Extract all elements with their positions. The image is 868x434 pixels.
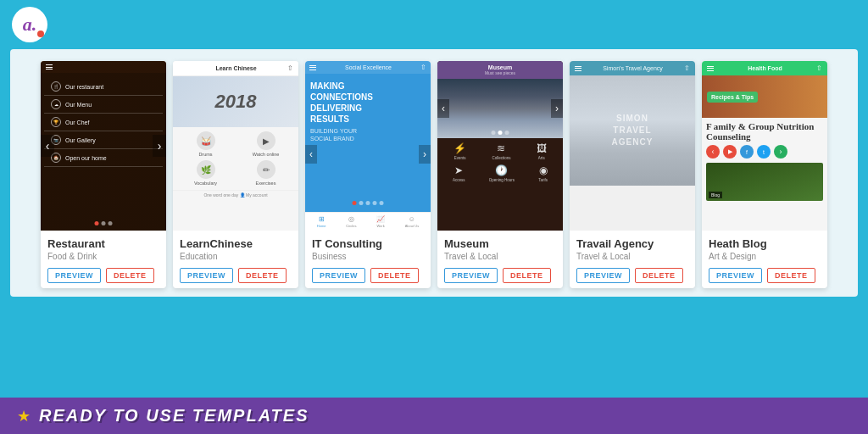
restaurant-prev-arrow[interactable]: ‹ [41,135,54,157]
access-label: Access [453,178,465,182]
card-info-it: IT Consulting Business PREVIEW DELETE [305,231,431,288]
card-buttons-travel: PREVIEW DELETE [576,268,688,283]
menu-item-3: 🏆 Our Chef [44,114,163,131]
agency-line3: AGENCY [612,137,654,147]
menu-item-2: ☁ Our Menu [44,96,163,114]
about-icon: ☺ [409,215,415,223]
restaurant-icon-3: 🏆 [51,117,61,127]
one-word-label: One word one day [203,192,238,198]
youtube-icon[interactable]: ▶ [723,145,737,159]
museum-next-arrow[interactable]: › [551,99,563,118]
museum-icon-events: ⚡ Events [453,142,466,160]
twitter-icon[interactable]: t [757,145,771,159]
travel-header-title: Simon's Travel Agency [603,65,663,71]
it-nav-about[interactable]: ☺ About Us [405,215,419,228]
card-title-it: IT Consulting [312,237,424,250]
preview-button-restaurant[interactable]: PREVIEW [47,268,101,283]
card-buttons-it: PREVIEW DELETE [312,268,424,283]
delete-button-health[interactable]: DELETE [767,268,815,283]
card-phone-museum: Museum Must see pieces ‹ › [437,61,563,231]
cards-row: 🍴 Our restaurant ☁ Our Menu 🏆 Our Chef [19,61,849,288]
card-phone-restaurant: 🍴 Our restaurant ☁ Our Menu 🏆 Our Chef [41,61,166,231]
health-prev-btn[interactable]: ‹ [706,145,720,159]
exercise-icon: ✏ [257,160,275,179]
museum-icon-tarifs: ◉ Tarifs [538,164,548,182]
card-title-museum: Museum [444,237,556,250]
chinese-icon-drums: 🥁 Drums [177,131,234,157]
card-phone-travel: Simon's Travel Agency ⇧ SIMON TRAVEL AGE… [570,61,695,231]
card-phone-it: Social Excellence ⇧ MAKING CONNECTIONS D… [305,61,431,231]
card-buttons-museum: PREVIEW DELETE [444,268,556,283]
museum-prev-arrow[interactable]: ‹ [437,99,449,118]
it-content: MAKING CONNECTIONS DELIVERING RESULTS BU… [305,74,431,150]
chinese-hamburger-icon [178,66,185,71]
card-buttons-chinese: PREVIEW DELETE [180,268,292,283]
health-header: Health Food ⇧ [702,61,827,75]
banner-text: READY TO USE TEMPLATES [39,406,309,426]
card-museum: Museum Must see pieces ‹ › [437,61,563,288]
museum-icon-hours: 🕐 Opening Hours [489,164,515,182]
museum-header-title: Museum [442,64,558,70]
it-nav-work[interactable]: 📈 Work [376,215,385,228]
my-account-icon: 👤 My account [240,192,268,198]
restaurant-overlay: 🍴 Our restaurant ☁ Our Menu 🏆 Our Chef [41,73,166,231]
delete-button-chinese[interactable]: DELETE [238,268,287,283]
card-title-travel: Travail Agency [576,237,688,250]
card-info-museum: Museum Travel & Local PREVIEW DELETE [437,231,563,288]
it-sub-1: BUILDING YOUR [310,128,426,134]
logo-dot [37,31,44,37]
museum-screen: Museum Must see pieces ‹ › [437,61,563,231]
delete-button-restaurant[interactable]: DELETE [106,268,154,283]
tarifs-icon: ◉ [539,164,548,176]
chinese-icon-watch: ▶ Watch online [237,131,294,157]
card-it: Social Excellence ⇧ MAKING CONNECTIONS D… [305,61,431,288]
card-category-it: Business [312,252,424,261]
card-category-restaurant: Food & Drink [47,252,159,261]
it-next-arrow[interactable]: › [419,145,431,164]
chinese-header-title: Learn Chinese [215,65,256,71]
delete-button-museum[interactable]: DELETE [503,268,551,283]
card-category-health: Art & Design [709,252,821,261]
museum-dot-1 [492,131,496,135]
it-dot-2 [359,201,364,205]
it-nav-circles[interactable]: ◎ Circles [346,215,356,228]
menu-item-label-4: Our Gallery [65,137,96,143]
travel-screen: Simon's Travel Agency ⇧ SIMON TRAVEL AGE… [570,61,695,231]
agency-line2: TRAVEL [613,125,651,135]
tarifs-label: Tarifs [538,178,548,182]
it-prev-arrow[interactable]: ‹ [305,145,317,164]
it-bottom-nav: ⊞ Home ◎ Circles 📈 Work ☺ [305,212,431,231]
card-category-museum: Travel & Local [444,252,556,261]
restaurant-next-arrow[interactable]: › [153,135,166,157]
it-dots [353,201,384,205]
chinese-label-drums: Drums [198,152,212,157]
chinese-icon-exercise: ✏ Exercises [237,160,294,186]
delete-button-travel[interactable]: DELETE [635,268,683,283]
it-sub-2: SOCIAL BRAND [310,136,426,142]
chinese-label-vocab: Vocabulary [194,181,217,186]
it-nav-home[interactable]: ⊞ Home [317,215,326,228]
preview-button-chinese[interactable]: PREVIEW [180,268,233,283]
health-section-text: amily & Group Nutrition Counseling [706,121,814,142]
facebook-icon[interactable]: f [740,145,754,159]
preview-button-travel[interactable]: PREVIEW [576,268,630,283]
vocab-icon: 🌿 [197,160,215,179]
preview-button-museum[interactable]: PREVIEW [444,268,498,283]
it-headline: MAKING CONNECTIONS DELIVERING RESULTS [310,81,426,125]
hours-icon: 🕐 [495,164,508,176]
museum-landscape [437,79,563,138]
health-blog-label: Blog [709,192,722,198]
arts-label: Arts [538,156,545,160]
chinese-book-image: 2018 [173,76,298,127]
preview-button-health[interactable]: PREVIEW [709,268,762,283]
menu-item-4: 📷 Our Gallery [44,131,163,149]
travel-share-icon: ⇧ [684,64,690,72]
preview-button-it[interactable]: PREVIEW [312,268,365,283]
logo[interactable]: a. [12,7,47,42]
it-nav-about-label: About Us [405,224,419,228]
delete-button-it[interactable]: DELETE [370,268,419,283]
chinese-label-exercise: Exercises [256,181,276,186]
restaurant-dot-1 [95,221,99,225]
card-restaurant: 🍴 Our restaurant ☁ Our Menu 🏆 Our Chef [41,61,166,288]
health-next-btn[interactable]: › [774,145,787,159]
